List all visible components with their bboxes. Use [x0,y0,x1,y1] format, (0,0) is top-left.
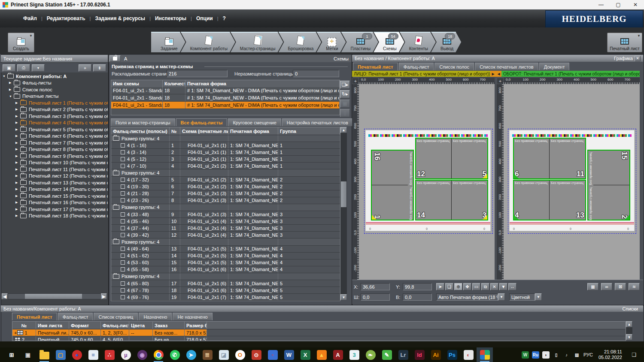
tree-item-press-sheet-3[interactable]: ▶Печатный лист 3 (Печать с чужим оборото… [1,113,108,120]
pages-to-impose-field[interactable]: 216 [167,70,228,77]
row-checkbox[interactable] [121,288,125,293]
cut-tool-icon[interactable]: ✕ [490,283,498,290]
tree-item-press-sheet-16[interactable]: ▶Печатный лист 16 (Печать с чужим оборот… [1,199,108,206]
fold-group-row[interactable]: Размер группы: 4 [111,238,340,245]
menu-edit[interactable]: Редактировать [43,14,90,23]
tree-expand-icon[interactable]: ▶ [15,154,19,158]
selection-height-field[interactable]: 0,0 [403,293,432,301]
sheet-list-row-2[interactable]: 2Печатный...745,0 x 60...4, 5, 6(F0...Бе… [12,336,626,341]
tree-expand-icon[interactable]: ▶ [15,148,19,151]
list-col-header[interactable]: Фальц-лист [101,322,129,329]
tree-expand-icon[interactable]: ▶ [15,141,19,145]
tray-lang-ru-icon[interactable]: Ru [532,351,539,359]
fold-sheet-row[interactable]: 4 (53 - 60)15F04-01_ui_2x1 (5)1: SM 74_D… [111,259,340,266]
maximize-button[interactable]: ▢ [610,0,627,9]
task-view-icon[interactable]: ▣ [20,347,36,362]
list-col-header[interactable]: Заказ [153,322,185,329]
utorrent-icon[interactable]: µ [118,347,134,362]
back-prev-icon[interactable]: ◀ [496,71,501,77]
scroll-up-icon[interactable]: ▲ [626,321,632,327]
back-ruler-origin-button[interactable]: + [497,78,504,84]
list-tab-2[interactable]: Фальц-лист [58,313,93,320]
tree-expand-icon[interactable]: ▶ [15,214,19,217]
step-contents[interactable]: Контенты [400,32,436,52]
fold-sheet-row[interactable]: 4 (69 - 76)19F04-01_ui_2x1 (7)1: SM 74_D… [111,294,340,301]
unlink-sheets-icon[interactable]: ⊠ [615,283,626,290]
menu-inspectors[interactable]: Инспекторы [151,14,191,23]
tree-item-press-sheet-15[interactable]: ▶Печатный лист 15 (Печать с чужим оборот… [1,193,108,199]
paint-app-icon[interactable]: ◐ [460,347,477,362]
row-checkbox[interactable] [121,233,125,237]
list-tab-3[interactable]: Список страниц [94,313,138,320]
tree-expand-icon[interactable]: ▶ [9,81,12,84]
fold-sheet-row[interactable]: 4 (55 - 58)16F04-01_ui_2x1 (6)1: SM 74_D… [111,266,340,273]
tree-expand-icon[interactable]: ▶ [15,161,19,164]
graphics-tab-3[interactable]: Список полос [434,63,474,70]
fold-col-header[interactable]: Фальц-листы (полосы) [111,127,170,135]
tree-expand-icon[interactable]: ▼ [3,75,6,78]
fold-sheet-row[interactable]: 4 (65 - 80)17F04-01_ui_2x1 (6)1: SM 74_D… [111,280,340,287]
zoom-tool-icon[interactable]: ⊕ [454,283,462,290]
sheet-overview-icon[interactable]: ▦ [587,283,598,290]
schema-col-header[interactable]: Имя схемы [111,80,163,87]
step-work-component[interactable]: Компонент работы [181,32,235,52]
measure-tool-icon[interactable]: ↔ [508,283,516,290]
collapse-all-icon[interactable]: ⇟ [93,64,106,72]
tray-moon-icon[interactable]: ◗ [542,351,550,359]
pen-app-icon[interactable]: ✎ [379,347,395,362]
app-3-icon[interactable]: 3 [346,347,362,362]
lists-scrollbar[interactable]: ▲ ▼ [626,321,632,340]
front-ruler-origin-button[interactable]: + [352,78,359,84]
fold-col-header[interactable]: Печатная форма [228,127,278,135]
tab-3[interactable]: Круговое смещение [228,118,281,126]
minimize-button[interactable]: — [592,0,610,9]
send-sheet-icon[interactable]: ≋ [629,283,640,290]
front-fold-sheet-bottom[interactable]: Без привязки страниц 14 Без привязки стр… [415,180,488,220]
front-fold-sheet-top[interactable]: Без привязки страниц 12 Без привязки стр… [415,138,488,179]
step-job[interactable]: Задание [151,32,185,52]
tor-browser-icon[interactable]: ◉ [134,347,150,362]
graphics-tab-1[interactable]: Печатный лист [353,63,398,70]
list-col-header[interactable]: Размер бум... [185,322,207,329]
row-checkbox[interactable] [121,198,125,202]
fold-sheet-row[interactable]: 4 (3 - 14)2F04-01_ui_2x1 (1)1: SM 74_Dia… [111,149,340,156]
fold-group-row[interactable]: Размер группы: 4 [111,135,340,142]
row-checkbox[interactable] [121,143,125,148]
winrar-icon[interactable]: ≣ [199,347,216,362]
back-fold-sheet-rotated[interactable]: 15 2 Без привязки страниц Без привязки с… [587,150,630,220]
vmware-icon[interactable]: ▢ [52,347,69,362]
menu-help[interactable]: ? [219,14,230,23]
tree-expand-icon[interactable]: ▶ [15,108,19,111]
rect-tool-icon[interactable]: ▭ [472,283,480,290]
tree-item-press-sheet-4[interactable]: ▶Печатный лист 4 (Печать с чужим оборото… [1,120,108,127]
list-col-header[interactable]: Формат [69,322,101,329]
fold-col-header[interactable]: № [170,127,180,135]
unplaced-pages-field[interactable]: 0 [293,70,339,77]
pointer-tool-icon[interactable]: ➤ [436,283,444,290]
print-icon[interactable]: ⎙ [17,64,30,72]
tree-item-press-sheet-7[interactable]: ▶Печатный лист 7 (Печать с чужим оборото… [1,139,108,146]
schema-col-header[interactable]: Печатная форма [185,80,340,87]
tree-menu-dropdown-icon[interactable]: ▼ [32,64,45,72]
word-icon[interactable]: W [281,347,297,362]
fold-sheet-row[interactable]: 4 (5 - 12)3F04-01_ui_2x1 (1)1: SM 74_Dia… [111,156,340,163]
tab-4[interactable]: Настройка печатных листов [282,118,353,126]
graphics-tab-2[interactable]: Фальц-лист [399,63,434,70]
tree-item-press-sheet-14[interactable]: ▶Печатный лист 14 (Печать с чужим оборот… [1,186,108,193]
menu-options[interactable]: Опции [192,14,217,23]
step-brochure[interactable]: Брошюровка [279,32,322,52]
row-checkbox[interactable] [121,219,125,223]
notification-center-icon[interactable]: ❑ [629,352,640,358]
save-icon[interactable]: ▣ [3,64,15,72]
floppy-app-icon[interactable]: ▫ [264,347,281,362]
lock-icon[interactable] [109,55,121,62]
schema-col-header[interactable]: Количество [163,80,185,87]
row-checkbox[interactable] [121,247,125,251]
row-checkbox[interactable] [121,253,125,258]
fold-sheet-row[interactable]: 4 (51 - 62)14F04-01_ui_2x1 (5)1: SM 74_D… [111,253,340,259]
fold-scrollbar-thumb[interactable] [341,181,346,207]
tree-expand-icon[interactable]: ▶ [15,201,19,204]
tree-item-press-sheet-2[interactable]: ▶Печатный лист 2 (Печать с чужим оборото… [1,106,108,113]
tree-item-work-component[interactable]: ▼Компонент работы: А [1,73,108,80]
graphics-tab-5[interactable]: Документ [539,63,570,70]
